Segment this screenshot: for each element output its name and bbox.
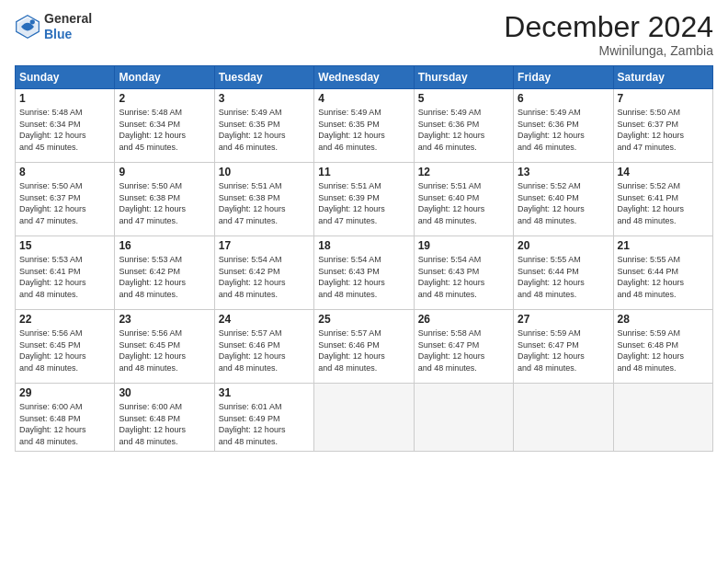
day-info: Sunrise: 5:55 AMSunset: 6:44 PMDaylight:… — [618, 254, 709, 300]
day-number: 1 — [19, 92, 110, 105]
day-number: 3 — [219, 92, 310, 105]
day-info: Sunrise: 6:00 AMSunset: 6:48 PMDaylight:… — [19, 401, 110, 447]
day-info: Sunrise: 5:49 AMSunset: 6:35 PMDaylight:… — [219, 107, 310, 153]
day-number: 24 — [219, 313, 310, 326]
svg-point-2 — [30, 19, 35, 24]
day-number: 18 — [318, 239, 409, 252]
day-info: Sunrise: 5:57 AMSunset: 6:46 PMDaylight:… — [318, 327, 409, 373]
header: General Blue December 2024 Mwinilunga, Z… — [15, 11, 713, 58]
calendar-cell — [514, 384, 613, 451]
calendar-cell: 27Sunrise: 5:59 AMSunset: 6:47 PMDayligh… — [514, 310, 613, 384]
day-info: Sunrise: 5:49 AMSunset: 6:35 PMDaylight:… — [318, 107, 409, 153]
calendar-cell — [613, 384, 712, 451]
calendar-table: Sunday Monday Tuesday Wednesday Thursday… — [15, 65, 713, 451]
calendar-cell — [314, 384, 414, 451]
day-number: 28 — [618, 313, 709, 326]
calendar-cell: 2Sunrise: 5:48 AMSunset: 6:34 PMDaylight… — [115, 89, 214, 163]
day-number: 14 — [618, 166, 709, 178]
calendar-cell: 6Sunrise: 5:49 AMSunset: 6:36 PMDaylight… — [514, 89, 613, 163]
day-info: Sunrise: 5:50 AMSunset: 6:37 PMDaylight:… — [618, 107, 709, 153]
day-number: 23 — [119, 313, 210, 326]
calendar-cell: 10Sunrise: 5:51 AMSunset: 6:38 PMDayligh… — [214, 163, 313, 236]
day-number: 22 — [19, 313, 110, 326]
calendar-cell: 13Sunrise: 5:52 AMSunset: 6:40 PMDayligh… — [514, 163, 613, 236]
logo-text: General Blue — [44, 11, 92, 42]
day-number: 13 — [518, 166, 609, 178]
day-number: 16 — [119, 239, 210, 252]
calendar-cell: 31Sunrise: 6:01 AMSunset: 6:49 PMDayligh… — [214, 384, 313, 451]
calendar-cell: 28Sunrise: 5:59 AMSunset: 6:48 PMDayligh… — [613, 310, 712, 384]
day-number: 27 — [518, 313, 609, 326]
location: Mwinilunga, Zambia — [504, 43, 713, 58]
day-info: Sunrise: 5:48 AMSunset: 6:34 PMDaylight:… — [119, 107, 210, 153]
calendar-cell: 17Sunrise: 5:54 AMSunset: 6:42 PMDayligh… — [214, 236, 313, 310]
day-number: 2 — [119, 92, 210, 105]
month-title: December 2024 — [504, 11, 713, 43]
page: General Blue December 2024 Mwinilunga, Z… — [0, 0, 728, 563]
col-tuesday: Tuesday — [214, 66, 313, 89]
day-number: 12 — [418, 166, 509, 178]
day-info: Sunrise: 5:54 AMSunset: 6:43 PMDaylight:… — [418, 254, 509, 300]
col-sunday: Sunday — [16, 66, 115, 89]
calendar-header-row: Sunday Monday Tuesday Wednesday Thursday… — [16, 66, 713, 89]
day-number: 5 — [418, 92, 509, 105]
calendar-week-row: 29Sunrise: 6:00 AMSunset: 6:48 PMDayligh… — [16, 384, 713, 451]
day-info: Sunrise: 5:51 AMSunset: 6:38 PMDaylight:… — [219, 180, 310, 226]
calendar-cell: 4Sunrise: 5:49 AMSunset: 6:35 PMDaylight… — [314, 89, 414, 163]
calendar-cell: 5Sunrise: 5:49 AMSunset: 6:36 PMDaylight… — [414, 89, 513, 163]
calendar-cell: 29Sunrise: 6:00 AMSunset: 6:48 PMDayligh… — [16, 384, 115, 451]
calendar-week-row: 8Sunrise: 5:50 AMSunset: 6:37 PMDaylight… — [16, 163, 713, 236]
day-number: 30 — [119, 386, 210, 399]
day-info: Sunrise: 6:01 AMSunset: 6:49 PMDaylight:… — [219, 401, 310, 447]
calendar-cell: 8Sunrise: 5:50 AMSunset: 6:37 PMDaylight… — [16, 163, 115, 236]
day-info: Sunrise: 5:52 AMSunset: 6:41 PMDaylight:… — [618, 180, 709, 226]
day-number: 4 — [318, 92, 409, 105]
day-info: Sunrise: 5:49 AMSunset: 6:36 PMDaylight:… — [518, 107, 609, 153]
logo: General Blue — [15, 11, 92, 42]
day-info: Sunrise: 5:59 AMSunset: 6:47 PMDaylight:… — [518, 327, 609, 373]
day-info: Sunrise: 6:00 AMSunset: 6:48 PMDaylight:… — [119, 401, 210, 447]
calendar-cell: 7Sunrise: 5:50 AMSunset: 6:37 PMDaylight… — [613, 89, 712, 163]
calendar-cell: 23Sunrise: 5:56 AMSunset: 6:45 PMDayligh… — [115, 310, 214, 384]
calendar-cell: 30Sunrise: 6:00 AMSunset: 6:48 PMDayligh… — [115, 384, 214, 451]
day-number: 17 — [219, 239, 310, 252]
logo-blue: Blue — [44, 27, 72, 41]
day-number: 11 — [318, 166, 409, 178]
day-number: 7 — [618, 92, 709, 105]
col-wednesday: Wednesday — [314, 66, 414, 89]
calendar-week-row: 15Sunrise: 5:53 AMSunset: 6:41 PMDayligh… — [16, 236, 713, 310]
day-number: 29 — [19, 386, 110, 399]
calendar-cell: 15Sunrise: 5:53 AMSunset: 6:41 PMDayligh… — [16, 236, 115, 310]
day-info: Sunrise: 5:51 AMSunset: 6:40 PMDaylight:… — [418, 180, 509, 226]
day-number: 26 — [418, 313, 509, 326]
day-info: Sunrise: 5:51 AMSunset: 6:39 PMDaylight:… — [318, 180, 409, 226]
day-info: Sunrise: 5:59 AMSunset: 6:48 PMDaylight:… — [618, 327, 709, 373]
day-number: 6 — [518, 92, 609, 105]
calendar-week-row: 1Sunrise: 5:48 AMSunset: 6:34 PMDaylight… — [16, 89, 713, 163]
day-info: Sunrise: 5:50 AMSunset: 6:37 PMDaylight:… — [19, 180, 110, 226]
title-block: December 2024 Mwinilunga, Zambia — [504, 11, 713, 58]
calendar-cell: 18Sunrise: 5:54 AMSunset: 6:43 PMDayligh… — [314, 236, 414, 310]
calendar-cell: 19Sunrise: 5:54 AMSunset: 6:43 PMDayligh… — [414, 236, 513, 310]
day-info: Sunrise: 5:57 AMSunset: 6:46 PMDaylight:… — [219, 327, 310, 373]
calendar-week-row: 22Sunrise: 5:56 AMSunset: 6:45 PMDayligh… — [16, 310, 713, 384]
day-number: 15 — [19, 239, 110, 252]
calendar-cell: 16Sunrise: 5:53 AMSunset: 6:42 PMDayligh… — [115, 236, 214, 310]
calendar-cell: 11Sunrise: 5:51 AMSunset: 6:39 PMDayligh… — [314, 163, 414, 236]
day-number: 19 — [418, 239, 509, 252]
day-info: Sunrise: 5:55 AMSunset: 6:44 PMDaylight:… — [518, 254, 609, 300]
calendar-cell: 9Sunrise: 5:50 AMSunset: 6:38 PMDaylight… — [115, 163, 214, 236]
calendar-cell: 26Sunrise: 5:58 AMSunset: 6:47 PMDayligh… — [414, 310, 513, 384]
day-number: 31 — [219, 386, 310, 399]
day-info: Sunrise: 5:53 AMSunset: 6:42 PMDaylight:… — [119, 254, 210, 300]
logo-general: General — [44, 11, 92, 26]
logo-icon — [15, 14, 40, 40]
calendar-cell — [414, 384, 513, 451]
day-info: Sunrise: 5:54 AMSunset: 6:43 PMDaylight:… — [318, 254, 409, 300]
day-number: 25 — [318, 313, 409, 326]
day-info: Sunrise: 5:56 AMSunset: 6:45 PMDaylight:… — [19, 327, 110, 373]
calendar-cell: 24Sunrise: 5:57 AMSunset: 6:46 PMDayligh… — [214, 310, 313, 384]
calendar-cell: 20Sunrise: 5:55 AMSunset: 6:44 PMDayligh… — [514, 236, 613, 310]
day-number: 9 — [119, 166, 210, 178]
day-number: 20 — [518, 239, 609, 252]
